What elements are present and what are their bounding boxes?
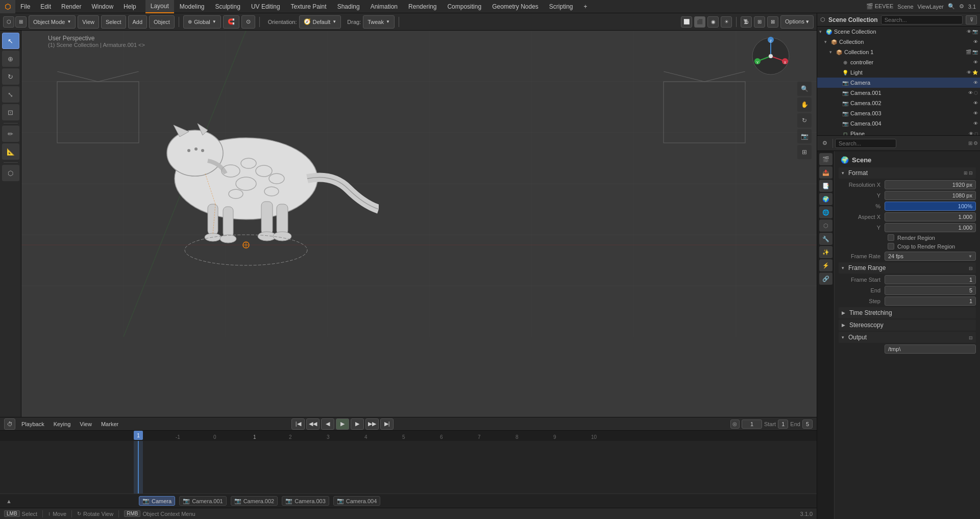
overlay-toggle[interactable]: ⊞ — [754, 16, 765, 28]
frame-step-value[interactable]: 1 — [885, 296, 976, 306]
resolution-x-value[interactable]: 1920 px — [885, 180, 976, 189]
viewport-gizmo[interactable]: Z X Y — [750, 36, 790, 76]
format-expand-icon[interactable]: ⊟ — [969, 170, 973, 176]
viewport-grid-toggle[interactable]: ⊞ — [797, 145, 812, 159]
props-settings-icon[interactable]: ⚙ — [973, 140, 978, 146]
resolution-pct-value[interactable]: 100% — [885, 202, 976, 211]
viewport-shading-solid[interactable]: ⬛ — [694, 16, 705, 28]
prev-frame-btn[interactable]: ◀ — [321, 418, 334, 430]
options-dropdown[interactable]: Options ▾ — [780, 15, 814, 29]
tool-add-cube[interactable]: ⬡ — [2, 165, 19, 181]
viewport-camera[interactable]: 📷 — [797, 129, 812, 143]
outliner-body[interactable]: ▾ 🌍 Scene Collection 👁 📷 ▾ 📦 Collection — [817, 27, 980, 135]
viewport-zoom[interactable]: 🔍 — [797, 82, 812, 96]
extra-plane[interactable]: ◻ — [974, 131, 978, 135]
viewport-pan[interactable]: ✋ — [797, 97, 812, 112]
tab-layout[interactable]: Layout — [145, 0, 174, 13]
tab-scripting[interactable]: Scripting — [544, 0, 578, 13]
tab-modeling[interactable]: Modeling — [175, 0, 210, 13]
props-tab-render[interactable]: 🎬 — [819, 153, 832, 165]
outliner-controller[interactable]: ⊕ controller 👁 — [817, 57, 980, 67]
camera-strip-002[interactable]: 📷 Camera.002 — [231, 496, 278, 506]
view-layer-selector[interactable]: ViewLayer — [918, 4, 944, 10]
next-keyframe-btn[interactable]: ▶▶ — [365, 418, 379, 430]
vis-cam[interactable]: 👁 — [973, 80, 978, 85]
camera-strip-003[interactable]: 📷 Camera.003 — [282, 496, 329, 506]
gizmo-toggle[interactable]: 🗜 — [741, 16, 752, 28]
camera-strip-004[interactable]: 📷 Camera.004 — [333, 496, 381, 506]
tree-arrow-coll1[interactable]: ▾ — [829, 50, 835, 55]
output-header[interactable]: ▾ Output ⊟ — [839, 332, 976, 343]
camera-strip-001[interactable]: 📷 Camera.001 — [179, 496, 227, 506]
expand-icon[interactable]: ⊞ — [15, 16, 27, 28]
props-tab-physics[interactable]: ⚡ — [819, 259, 832, 271]
tab-animation[interactable]: Animation — [365, 0, 403, 13]
preview-range-toggle[interactable]: ◎ — [730, 419, 740, 429]
props-list-icon[interactable]: ⊞ — [968, 140, 972, 146]
scene-selector[interactable]: Scene — [897, 4, 913, 10]
keying-menu[interactable]: Keying — [51, 420, 74, 428]
time-stretching-header[interactable]: ▶ Time Stretching — [839, 307, 976, 318]
playback-menu[interactable]: Playback — [18, 420, 47, 428]
outliner-collection[interactable]: ▾ 📦 Collection 👁 — [817, 37, 980, 47]
orientation-selector[interactable]: 🧭 Default ▼ — [299, 15, 341, 29]
timeline-type-icon[interactable]: ⏱ — [4, 418, 15, 430]
vis-cam004[interactable]: 👁 — [973, 121, 978, 126]
menu-window[interactable]: Window — [86, 0, 118, 13]
props-tab-scene[interactable]: 🌍 — [819, 193, 832, 205]
frame-start[interactable]: 1 — [778, 419, 788, 429]
props-tab-modifiers[interactable]: 🔧 — [819, 233, 832, 245]
outliner-filter-btn[interactable]: ⊽ — [966, 15, 977, 24]
first-frame-btn[interactable]: |◀ — [291, 418, 305, 430]
tool-move[interactable]: ⊕ — [2, 51, 19, 67]
frame-range-icon[interactable]: ⊟ — [969, 266, 973, 271]
marker-menu[interactable]: Marker — [98, 420, 121, 428]
frame-end-value[interactable]: 5 — [885, 286, 976, 295]
resolution-y-value[interactable]: 1080 px — [885, 191, 976, 200]
props-tab-constraints[interactable]: 🔗 — [819, 273, 832, 285]
extra-cam001[interactable]: ⬡ — [974, 90, 978, 95]
engine-selector[interactable]: 🎬 EEVEE — [866, 3, 894, 10]
frame-rate-selector[interactable]: 24 fps ▼ — [885, 252, 976, 261]
vis-ctrl[interactable]: 👁 — [973, 60, 978, 65]
viewport-shading-render[interactable]: ☀ — [721, 16, 732, 28]
menu-help[interactable]: Help — [118, 0, 141, 13]
outliner-search[interactable] — [881, 15, 963, 24]
output-icon[interactable]: ⊟ — [969, 335, 973, 340]
tool-annotate[interactable]: ✏ — [2, 126, 19, 142]
outliner-plane[interactable]: ◻ Plane 👁 ◻ — [817, 129, 980, 135]
settings-icon[interactable]: ⚙ — [959, 3, 964, 10]
props-tab-world[interactable]: 🌐 — [819, 206, 832, 218]
aspect-y-value[interactable]: 1.000 — [885, 223, 976, 232]
object-menu[interactable]: Object — [149, 15, 175, 29]
tool-scale[interactable]: ⤡ — [2, 86, 19, 103]
select-menu[interactable]: Select — [101, 15, 126, 29]
format-list-icon[interactable]: ⊞ — [964, 170, 968, 176]
outliner-collection1[interactable]: ▾ 📦 Collection 1 🎬 📷 — [817, 47, 980, 57]
vis-cam001[interactable]: 👁 — [968, 90, 973, 95]
tool-rotate[interactable]: ↻ — [2, 68, 19, 85]
outliner-camera004[interactable]: 📷 Camera.004 👁 — [817, 118, 980, 129]
vis-light[interactable]: 👁 — [967, 70, 971, 75]
visibility-icon-collection[interactable]: 👁 — [973, 39, 978, 44]
proportional-edit[interactable]: ⊙ — [241, 15, 255, 29]
outliner-camera002[interactable]: 📷 Camera.002 👁 — [817, 98, 980, 108]
viewport-shading-wire[interactable]: ⬜ — [681, 16, 692, 28]
vis-plane[interactable]: 👁 — [969, 131, 973, 135]
outliner-light[interactable]: 💡 Light 👁 ⭐ — [817, 67, 980, 78]
icon1a-coll1[interactable]: 🎬 — [966, 50, 971, 55]
tab-texture-paint[interactable]: Texture Paint — [286, 0, 332, 13]
props-tab-output[interactable]: 📤 — [819, 166, 832, 179]
tab-rendering[interactable]: Rendering — [403, 0, 442, 13]
viewport-3d[interactable]: User Perspective (1) Scene Collection | … — [21, 31, 817, 417]
camera-strip-main[interactable]: 📷 Camera — [139, 496, 175, 506]
tool-transform[interactable]: ⊡ — [2, 104, 19, 120]
frame-range-header[interactable]: ▾ Frame Range ⊟ — [839, 262, 976, 274]
timeline-tracks[interactable]: 1 — [0, 441, 817, 493]
vis-cam002[interactable]: 👁 — [973, 101, 978, 106]
tab-compositing[interactable]: Compositing — [442, 0, 486, 13]
view-menu[interactable]: View — [78, 15, 99, 29]
drag-selector[interactable]: Tweak ▼ — [363, 15, 395, 29]
aspect-x-value[interactable]: 1.000 — [885, 212, 976, 221]
extra-light[interactable]: ⭐ — [972, 70, 978, 75]
